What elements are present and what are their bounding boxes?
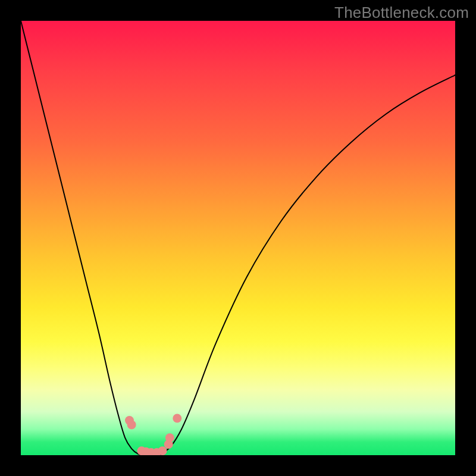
curve-layer [21,21,455,455]
curve-right-branch [160,75,455,455]
marker-dot [173,414,181,422]
chart-frame: TheBottleneck.com [0,0,476,476]
plot-area [21,21,455,455]
curve-left-branch [21,21,145,455]
marker-dot [127,420,136,429]
marker-dot [158,446,167,455]
marker-dot [165,433,174,442]
watermark-text: TheBottleneck.com [334,4,469,22]
